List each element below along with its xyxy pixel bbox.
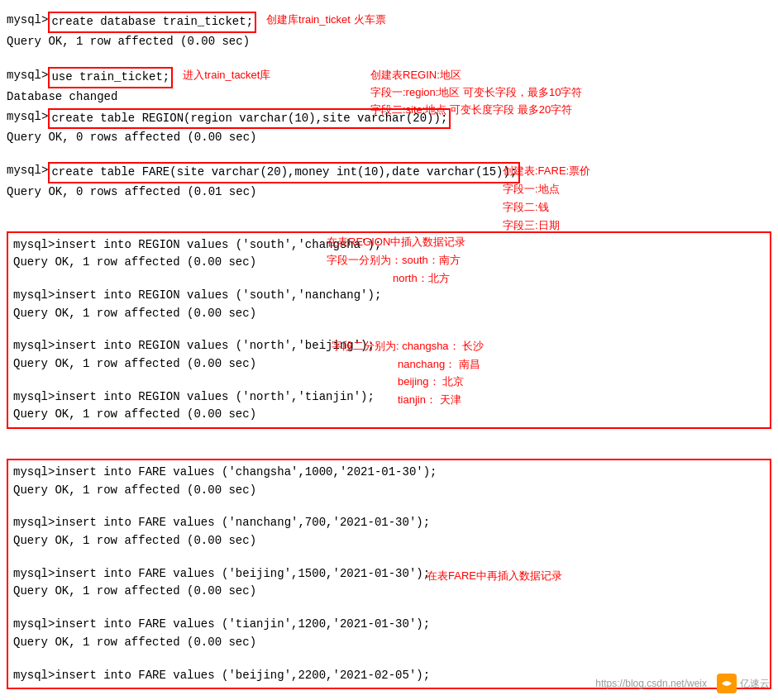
prompt-7: mysql>	[13, 337, 55, 355]
annotation-fare-inserts: 在表FARE中再插入数据记录	[427, 569, 562, 583]
csdn-link: https://blog.csdn.net/weix	[595, 678, 707, 689]
block-create-db: mysql> create database train_ticket; 创建库…	[7, 12, 771, 50]
line-cmd12: mysql> insert into FARE values ('tianjin…	[13, 616, 765, 634]
cmd-box-1: create database train_ticket;	[48, 12, 256, 33]
prompt-5: mysql>	[13, 236, 55, 255]
prompt-6: mysql>	[13, 287, 55, 305]
prompt-1: mysql>	[7, 12, 48, 30]
yiyun-text: 亿速云	[740, 677, 770, 691]
yiyun-logo: 亿速云	[717, 674, 770, 693]
annotation-create-db: 创建库train_ticket 火车票	[266, 12, 385, 28]
bottom-bar: https://blog.csdn.net/weix 亿速云	[595, 674, 770, 693]
terminal: mysql> create database train_ticket; 创建库…	[0, 7, 778, 694]
result-9: Query OK, 1 row affected (0.00 sec)	[13, 482, 765, 500]
result-1: Query OK, 1 row affected (0.00 sec)	[7, 33, 771, 51]
prompt-13: mysql>	[13, 667, 55, 685]
cmd11-wrapper: 在表FARE中再插入数据记录 mysql> insert into FARE v…	[13, 565, 765, 601]
result-10: Query OK, 1 row affected (0.00 sec)	[13, 532, 765, 550]
annotation-region-inserts: 在表REGION中插入数据记录 字段一分别为：south：南方 north：北方	[327, 233, 465, 288]
cmd-box-2: use train_ticket;	[48, 67, 173, 88]
cmd-box-4: create table FARE(site varchar(20),money…	[48, 162, 520, 183]
annotation-region: 创建表REGIN:地区 字段一:region:地区 可变长字段，最多10字符 字…	[370, 67, 582, 118]
line-cmd11: mysql> insert into FARE values ('beijing…	[13, 565, 765, 583]
prompt-4: mysql>	[7, 162, 48, 180]
line-cmd4: mysql> create table FARE(site varchar(20…	[7, 162, 771, 183]
result-4: Query OK, 0 rows affected (0.01 sec)	[7, 183, 771, 202]
annotation-use: 进入train_tacket库	[183, 67, 270, 83]
prompt-10: mysql>	[13, 514, 55, 532]
fare-insert-block: mysql> insert into FARE values ('changsh…	[7, 459, 771, 689]
prompt-2: mysql>	[7, 67, 48, 85]
block-create-fare: 创建表:FARE:票价 字段一:地点 字段二:钱 字段三:日期 mysql> c…	[7, 162, 771, 201]
annotation-region-f2: 字段二分别为: changsha： 长沙 nanchang： 南昌 beijin…	[332, 337, 484, 408]
line-cmd1: mysql> create database train_ticket; 创建库…	[7, 12, 771, 33]
line-cmd10: mysql> insert into FARE values ('nanchan…	[13, 514, 765, 532]
result-8: Query OK, 1 row affected (0.00 sec)	[13, 406, 765, 424]
result-6: Query OK, 1 row affected (0.00 sec)	[13, 305, 765, 323]
result-3: Query OK, 0 rows affected (0.00 sec)	[7, 129, 771, 147]
prompt-3: mysql>	[7, 108, 48, 126]
line-cmd9: mysql> insert into FARE values ('changsh…	[13, 464, 765, 482]
region-insert-block: 在表REGION中插入数据记录 字段一分别为：south：南方 north：北方…	[7, 231, 771, 430]
yiyun-icon	[717, 674, 737, 693]
prompt-8: mysql>	[13, 388, 55, 407]
result-11: Query OK, 1 row affected (0.00 sec)	[13, 583, 765, 601]
block-use-db: 创建表REGIN:地区 字段一:region:地区 可变长字段，最多10字符 字…	[7, 67, 771, 106]
line-cmd6: mysql> insert into REGION values ('south…	[13, 287, 765, 305]
cmd7-wrapper: 字段二分别为: changsha： 长沙 nanchang： 南昌 beijin…	[13, 337, 765, 373]
annotation-fare: 创建表:FARE:票价 字段一:地点 字段二:钱 字段三:日期	[503, 162, 590, 235]
prompt-12: mysql>	[13, 616, 55, 634]
prompt-11: mysql>	[13, 565, 55, 583]
prompt-9: mysql>	[13, 464, 55, 482]
result-12: Query OK, 1 row affected (0.00 sec)	[13, 634, 765, 652]
